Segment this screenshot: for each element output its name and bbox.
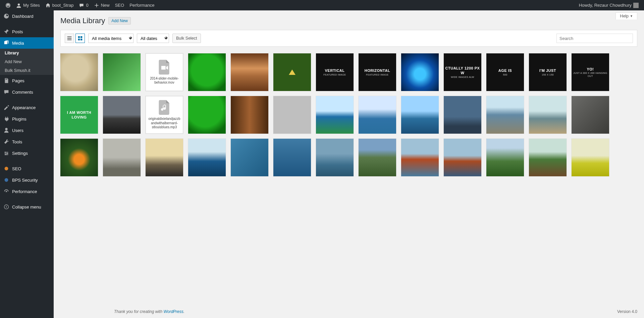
add-new-button[interactable]: Add New	[108, 17, 131, 25]
bulk-select-button[interactable]: Bulk Select	[172, 34, 201, 43]
media-item[interactable]	[529, 96, 567, 134]
media-item[interactable]	[444, 96, 481, 134]
sidebar-item-posts[interactable]: Posts	[0, 26, 54, 37]
site-name-link[interactable]: boot_Strap	[43, 0, 76, 10]
media-submenu: Library Add New Bulk Smush.it	[0, 49, 54, 75]
overlay-text: I'M JUST150 X 150	[529, 53, 567, 91]
media-item[interactable]	[572, 96, 609, 134]
avatar	[633, 3, 639, 8]
sidebar-item-label: Settings	[12, 151, 28, 156]
sidebar-item-collapse[interactable]: Collapse menu	[0, 201, 54, 213]
media-item[interactable]	[273, 53, 311, 91]
media-item[interactable]	[231, 139, 268, 176]
sidebar-item-comments[interactable]: Comments	[0, 86, 54, 98]
submenu-library[interactable]: Library	[0, 49, 54, 57]
sidebar-item-appearance[interactable]: Appearance	[0, 102, 54, 113]
media-item[interactable]	[231, 53, 268, 91]
view-list-button[interactable]	[65, 34, 74, 43]
submenu-add-new[interactable]: Add New	[0, 57, 54, 66]
media-item[interactable]	[188, 139, 226, 176]
gauge-icon	[3, 188, 9, 194]
media-item[interactable]	[273, 139, 311, 176]
comments-count: 0	[86, 3, 88, 8]
sidebar-item-seo[interactable]: SEO	[0, 163, 54, 174]
svg-point-1	[5, 152, 6, 153]
overlay-text: HORIZONTALFEATURED IMAGE	[359, 53, 396, 91]
media-item[interactable]	[529, 139, 567, 176]
sidebar-item-media[interactable]: Media	[0, 37, 54, 49]
media-item[interactable]: CTUALLY 1200 PX WWIDE IMAGES ALW	[444, 53, 481, 91]
media-item[interactable]	[486, 139, 524, 176]
svg-point-3	[5, 154, 6, 155]
page-heading-row: Media Library Add New	[60, 16, 637, 25]
submenu-bulk-smush[interactable]: Bulk Smush.it	[0, 66, 54, 75]
media-item[interactable]	[316, 96, 354, 134]
media-item[interactable]	[103, 53, 141, 91]
media-toolbar: All media items All dates Bulk Select	[60, 30, 637, 47]
performance-link[interactable]: Performance	[127, 0, 157, 10]
howdy-text: Howdy, Rezaur Chowdhury	[579, 3, 632, 8]
comments-link[interactable]: 0	[76, 0, 91, 10]
media-item[interactable]: originaldixielandjazzbandwithalbernard-s…	[146, 96, 183, 134]
media-item[interactable]: I'M JUST150 X 150	[529, 53, 567, 91]
sidebar-item-performance[interactable]: Performance	[0, 186, 54, 197]
media-item[interactable]	[231, 96, 268, 134]
settings-icon	[3, 150, 9, 156]
media-item[interactable]	[188, 96, 226, 134]
media-item[interactable]: I AM WORTH LOVING	[60, 96, 98, 134]
media-item[interactable]	[60, 53, 98, 91]
separator	[0, 22, 54, 26]
plus-icon	[94, 3, 99, 8]
media-item[interactable]: VERTICALFEATURED IMAGE	[316, 53, 354, 91]
media-item[interactable]	[316, 139, 354, 176]
my-sites-link[interactable]: My Sites	[13, 0, 43, 10]
help-tab[interactable]: Help ▼	[615, 12, 637, 19]
search-input[interactable]	[556, 34, 633, 43]
main-content: Help ▼ Media Library Add New All media i…	[54, 10, 644, 318]
media-item[interactable]: HORIZONTALFEATURED IMAGE	[359, 53, 396, 91]
sidebar-item-label: Appearance	[12, 105, 36, 110]
media-item[interactable]: AGE IS500	[486, 53, 524, 91]
seo-link[interactable]: SEO	[112, 0, 127, 10]
media-item[interactable]	[486, 96, 524, 134]
account-link[interactable]: Howdy, Rezaur Chowdhury	[576, 0, 641, 10]
media-item[interactable]	[60, 139, 98, 176]
overlay-text: VERTICALFEATURED IMAGE	[316, 53, 354, 91]
media-item[interactable]	[401, 139, 439, 176]
media-item[interactable]	[359, 139, 396, 176]
media-item[interactable]	[103, 139, 141, 176]
sidebar-item-dashboard[interactable]: Dashboard	[0, 10, 54, 22]
media-item[interactable]	[273, 96, 311, 134]
media-date-filter[interactable]: All dates	[137, 34, 169, 43]
sidebar-item-label: Collapse menu	[12, 205, 41, 210]
page-title: Media Library	[60, 16, 105, 25]
dashboard-icon	[3, 13, 9, 19]
sidebar-item-tools[interactable]: Tools	[0, 136, 54, 147]
media-item[interactable]: 2014-slider-mobile-behavior.mov	[146, 53, 183, 91]
wordpress-link[interactable]: WordPress	[163, 309, 183, 314]
media-item[interactable]	[401, 53, 439, 91]
submenu-label: Bulk Smush.it	[5, 68, 30, 73]
sidebar-item-users[interactable]: Users	[0, 125, 54, 136]
wp-logo[interactable]	[3, 0, 13, 10]
sidebar-item-settings[interactable]: Settings	[0, 147, 54, 159]
media-item[interactable]: YO!JUST A 300 X 200 HANGING OUT	[572, 53, 609, 91]
media-item[interactable]	[359, 96, 396, 134]
overlay-text: AGE IS500	[486, 53, 524, 91]
submenu-label: Library	[5, 51, 19, 55]
view-toggle	[65, 34, 85, 43]
media-item[interactable]	[401, 96, 439, 134]
media-item[interactable]	[103, 96, 141, 134]
media-item[interactable]	[444, 139, 481, 176]
sidebar-item-pages[interactable]: Pages	[0, 75, 54, 86]
view-grid-button[interactable]	[75, 34, 85, 43]
media-item[interactable]	[188, 53, 226, 91]
my-sites-label: My Sites	[23, 3, 40, 8]
media-item[interactable]	[572, 139, 609, 176]
sidebar-item-bps[interactable]: BPS Security	[0, 174, 54, 186]
media-item[interactable]	[146, 139, 183, 176]
sidebar-item-plugins[interactable]: Plugins	[0, 113, 54, 125]
media-type-filter[interactable]: All media items	[88, 34, 133, 43]
overlay-text: YO!JUST A 300 X 200 HANGING OUT	[572, 53, 609, 91]
new-content-link[interactable]: New	[91, 0, 112, 10]
